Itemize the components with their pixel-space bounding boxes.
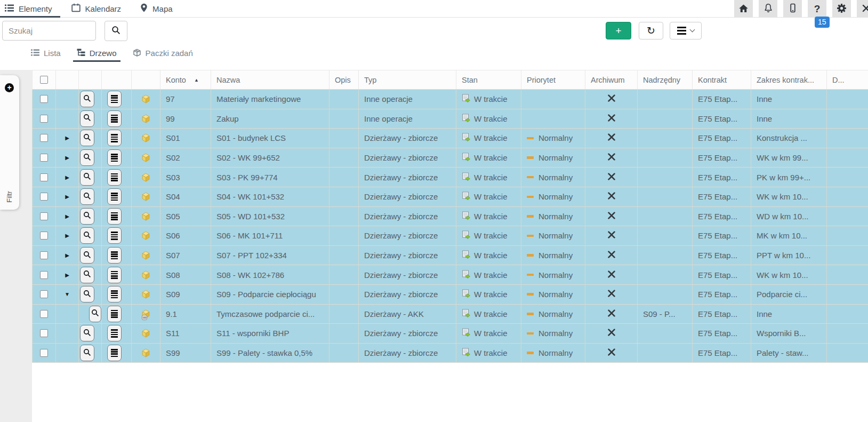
row-preview-button[interactable] — [80, 208, 94, 225]
list-menu-button[interactable] — [670, 22, 702, 39]
row-preview-button[interactable] — [80, 345, 94, 361]
tab-mapa[interactable]: Mapa — [135, 0, 181, 17]
row-checkbox[interactable] — [40, 154, 48, 162]
expand-icon[interactable]: ▶ — [65, 233, 69, 238]
table-row[interactable]: ▼ S09 S09 - Podparcie ciepłociągu Dzierż… — [33, 285, 868, 305]
filter-expand-icon[interactable]: + — [5, 83, 14, 92]
row-menu-button[interactable] — [107, 130, 122, 146]
row-menu-button[interactable] — [107, 110, 122, 127]
table-row[interactable]: ▶ S08 S08 - WK 102+786 Dzierżawy - zbior… — [33, 265, 868, 285]
row-preview-button[interactable] — [89, 306, 101, 322]
row-menu-button[interactable] — [107, 91, 122, 107]
search-input[interactable] — [2, 21, 96, 41]
row-menu-button[interactable] — [107, 149, 122, 166]
row-menu-button[interactable] — [107, 286, 122, 302]
row-preview-button[interactable] — [80, 267, 94, 283]
table-row[interactable]: ∞ 9.1 Tymczasowe podparcie ci... Dzierża… — [33, 305, 868, 324]
add-button[interactable]: + — [606, 22, 631, 39]
expand-icon[interactable]: ▶ — [65, 135, 69, 141]
header-priorytet[interactable]: Priorytet — [521, 70, 585, 89]
table-row[interactable]: ▶ S05 S05 - WD 101+532 Dzierżawy - zbior… — [33, 207, 868, 227]
header-zakres[interactable]: Zakres kontrak... — [751, 70, 827, 89]
row-preview-button[interactable] — [80, 149, 94, 166]
typ-value: Dzierżawy - zbiorcze — [364, 153, 438, 162]
table-row[interactable]: 97 Materiały marketingowe Inne operacje … — [33, 90, 868, 109]
notifications-button[interactable] — [759, 0, 777, 18]
header-opis[interactable]: Opis — [329, 70, 359, 89]
row-menu-button[interactable] — [107, 247, 122, 264]
row-preview-button[interactable] — [80, 227, 94, 244]
row-preview-button[interactable] — [80, 169, 94, 186]
row-checkbox[interactable] — [40, 349, 48, 357]
tab-drzewo[interactable]: Drzewo — [75, 44, 118, 62]
row-preview-button[interactable] — [80, 286, 94, 302]
row-preview-button[interactable] — [80, 110, 94, 127]
stan-value: W trakcie — [474, 251, 508, 260]
table-row[interactable]: ▶ S03 S03 - PK 99+774 Dzierżawy - zbiorc… — [33, 168, 868, 187]
row-menu-button[interactable] — [107, 306, 122, 322]
header-nazwa[interactable]: Nazwa — [211, 70, 329, 89]
table-row[interactable]: S11 S11 - wsporniki BHP Dzierżawy - zbio… — [33, 324, 868, 344]
header-stan[interactable]: Stan — [456, 70, 521, 89]
table-row[interactable]: S99 S99 - Palety - stawka 0,5% Dzierżawy… — [33, 344, 868, 363]
row-checkbox[interactable] — [40, 173, 48, 181]
expand-icon[interactable]: ▶ — [65, 155, 69, 161]
row-preview-button[interactable] — [80, 247, 94, 264]
tab-lista[interactable]: Lista — [29, 44, 62, 62]
row-preview-button[interactable] — [80, 325, 94, 341]
tab-elementy[interactable]: Elementy — [0, 0, 60, 17]
header-typ[interactable]: Typ — [359, 70, 456, 89]
row-menu-button[interactable] — [107, 188, 122, 205]
table-row[interactable]: 99 Zakup Inne operacje W trakcie E75 Eta… — [33, 109, 868, 129]
row-checkbox[interactable] — [40, 329, 48, 337]
row-checkbox[interactable] — [40, 212, 48, 220]
row-preview-button[interactable] — [80, 130, 94, 146]
search-button[interactable] — [105, 21, 127, 41]
row-menu-button[interactable] — [107, 267, 122, 283]
select-all-checkbox[interactable] — [40, 76, 48, 84]
row-checkbox[interactable] — [40, 115, 48, 123]
row-checkbox[interactable] — [40, 232, 48, 240]
expand-icon[interactable]: ▶ — [65, 272, 69, 278]
header-d[interactable]: D... — [827, 70, 868, 89]
row-menu-button[interactable] — [107, 345, 122, 361]
row-checkbox[interactable] — [40, 134, 48, 142]
table-row[interactable]: ▶ S02 S02 - WK 99+652 Dzierżawy - zbiorc… — [33, 148, 868, 168]
header-archiwum[interactable]: Archiwum — [585, 70, 638, 89]
mobile-button[interactable] — [783, 0, 802, 18]
row-checkbox[interactable] — [40, 310, 48, 318]
row-menu-button[interactable] — [107, 169, 122, 186]
expand-icon[interactable]: ▶ — [65, 174, 69, 180]
row-preview-button[interactable] — [80, 91, 94, 107]
home-button[interactable] — [734, 0, 753, 18]
header-nadrzedny[interactable]: Nadrzędny — [638, 70, 693, 89]
row-preview-button[interactable] — [80, 188, 94, 205]
tab-paczki-zadan[interactable]: Paczki zadań — [131, 44, 195, 62]
konto-value: S08 — [166, 270, 180, 280]
help-button[interactable]: ? 15 — [808, 0, 826, 18]
row-checkbox[interactable] — [40, 290, 48, 298]
row-checkbox[interactable] — [40, 271, 48, 279]
table-row[interactable]: ▶ S06 S06 - MK 101+711 Dzierżawy - zbior… — [33, 226, 868, 246]
expand-icon[interactable]: ▼ — [65, 291, 70, 297]
expand-icon[interactable]: ▶ — [65, 194, 69, 200]
header-kontrakt[interactable]: Kontrakt — [693, 70, 751, 89]
row-checkbox[interactable] — [40, 193, 48, 201]
filter-panel[interactable]: + Filtr — [0, 75, 19, 210]
table-row[interactable]: ▶ S04 S04 - WK 101+532 Dzierżawy - zbior… — [33, 187, 868, 207]
table-row[interactable]: ▶ S01 S01 - budynek LCS Dzierżawy - zbio… — [33, 129, 868, 148]
row-menu-button[interactable] — [107, 325, 122, 341]
expand-icon[interactable]: ▶ — [65, 213, 69, 219]
row-menu-button[interactable] — [107, 208, 122, 225]
close-button[interactable] — [857, 0, 868, 18]
expand-icon[interactable]: ▶ — [65, 252, 69, 258]
row-menu-button[interactable] — [107, 227, 122, 244]
row-checkbox[interactable] — [40, 251, 48, 259]
header-konto[interactable]: Konto ▲ — [160, 70, 211, 89]
settings-button[interactable] — [832, 0, 851, 18]
refresh-button[interactable]: ↻ — [639, 22, 663, 39]
tab-label: Kalendarz — [85, 4, 122, 13]
row-checkbox[interactable] — [40, 95, 48, 103]
table-row[interactable]: ▶ S07 S07 - PPT 102+334 Dzierżawy - zbio… — [33, 246, 868, 266]
tab-kalendarz[interactable]: Kalendarz — [67, 0, 130, 17]
